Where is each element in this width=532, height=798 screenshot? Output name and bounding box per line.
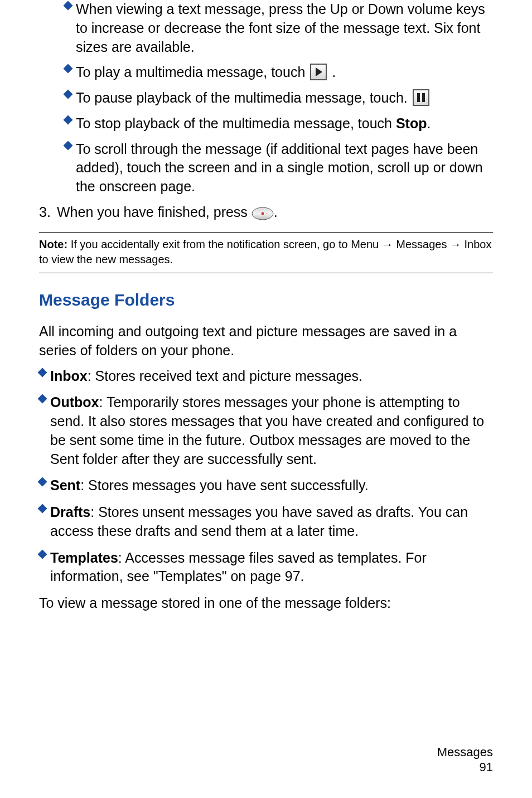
arrow-icon: → — [450, 238, 461, 250]
folder-item-outbox: Outbox: Temporarily stores messages your… — [39, 393, 493, 468]
folder-name: Inbox — [50, 368, 88, 384]
footer-page-number: 91 — [437, 760, 493, 775]
diamond-icon — [38, 504, 47, 514]
sub-bullet-item: To play a multimedia message, touch . — [65, 63, 493, 82]
step-text: When you have finished, press — [57, 203, 278, 222]
footer-section: Messages — [437, 745, 493, 760]
diamond-icon — [64, 141, 73, 150]
bullet-text: To stop playback of the multimedia messa… — [76, 114, 493, 133]
diamond-icon — [38, 549, 47, 559]
play-icon — [310, 64, 327, 80]
arrow-icon: → — [382, 238, 393, 250]
closing-paragraph: To view a message stored in one of the m… — [39, 594, 493, 613]
step-number: 3. — [39, 203, 57, 222]
folder-name: Drafts — [50, 504, 90, 520]
folder-item-templates: Templates: Accesses message files saved … — [39, 549, 493, 587]
bullet-text: To scroll through the message (if additi… — [76, 140, 493, 196]
folder-text: Inbox: Stores received text and picture … — [50, 367, 493, 386]
page-footer: Messages 91 — [437, 745, 493, 775]
diamond-icon — [64, 115, 73, 124]
sub-bullet-list: When viewing a text message, press the U… — [39, 0, 493, 196]
folder-list: Inbox: Stores received text and picture … — [39, 367, 493, 587]
bullet-strong: Stop — [396, 115, 427, 131]
note: Note: If you accidentally exit from the … — [39, 233, 493, 273]
numbered-step: 3. When you have finished, press — [39, 203, 493, 222]
bullet-prefix: To play a multimedia message, touch — [76, 64, 309, 80]
diamond-icon — [64, 90, 73, 99]
step-prefix: When you have finished, press — [57, 204, 252, 220]
bullet-text: When viewing a text message, press the U… — [76, 0, 493, 56]
svg-point-2 — [266, 213, 267, 214]
note-text-1: If you accidentally exit from the notifi… — [67, 238, 382, 250]
svg-point-1 — [261, 212, 264, 215]
bullet-prefix: To stop playback of the multimedia messa… — [76, 115, 396, 131]
section-title: Message Folders — [39, 289, 493, 312]
bullet-text: To play a multimedia message, touch . — [76, 63, 493, 82]
folder-name: Sent — [50, 477, 80, 493]
end-key-icon — [252, 207, 274, 220]
step-suffix: . — [274, 204, 278, 220]
diamond-icon — [38, 367, 47, 377]
folder-desc: : Temporarily stores messages your phone… — [50, 394, 484, 466]
folder-desc: : Stores received text and picture messa… — [88, 368, 362, 384]
folder-text: Sent: Stores messages you have sent succ… — [50, 476, 493, 495]
pause-icon — [413, 89, 429, 106]
folder-item-inbox: Inbox: Stores received text and picture … — [39, 367, 493, 386]
folder-text: Templates: Accesses message files saved … — [50, 549, 493, 587]
diamond-icon — [64, 1, 73, 11]
bullet-prefix: To pause playback of the multimedia mess… — [76, 90, 408, 105]
sub-bullet-item: When viewing a text message, press the U… — [65, 0, 493, 56]
folder-text: Outbox: Temporarily stores messages your… — [50, 393, 493, 468]
diamond-icon — [64, 64, 73, 74]
bullet-suffix: . — [332, 64, 336, 80]
folder-desc: : Stores unsent messages you have saved … — [50, 504, 468, 539]
folder-item-drafts: Drafts: Stores unsent messages you have … — [39, 503, 493, 541]
note-label: Note: — [39, 238, 67, 250]
bullet-suffix: . — [427, 115, 431, 131]
folder-desc: : Stores messages you have sent successf… — [80, 477, 368, 493]
note-text-2: Messages — [393, 238, 450, 250]
diamond-icon — [38, 477, 47, 487]
content: When viewing a text message, press the U… — [39, 0, 493, 613]
folder-text: Drafts: Stores unsent messages you have … — [50, 503, 493, 541]
page: When viewing a text message, press the U… — [0, 0, 532, 798]
folder-name: Outbox — [50, 394, 99, 410]
diamond-icon — [38, 394, 47, 404]
folder-name: Templates — [50, 550, 118, 565]
intro-paragraph: All incoming and outgoing text and pictu… — [39, 322, 493, 360]
sub-bullet-item: To pause playback of the multimedia mess… — [65, 89, 493, 108]
divider — [39, 273, 493, 273]
sub-bullet-item: To scroll through the message (if additi… — [65, 140, 493, 196]
bullet-text: To pause playback of the multimedia mess… — [76, 89, 493, 108]
sub-bullet-item: To stop playback of the multimedia messa… — [65, 114, 493, 133]
folder-item-sent: Sent: Stores messages you have sent succ… — [39, 476, 493, 495]
